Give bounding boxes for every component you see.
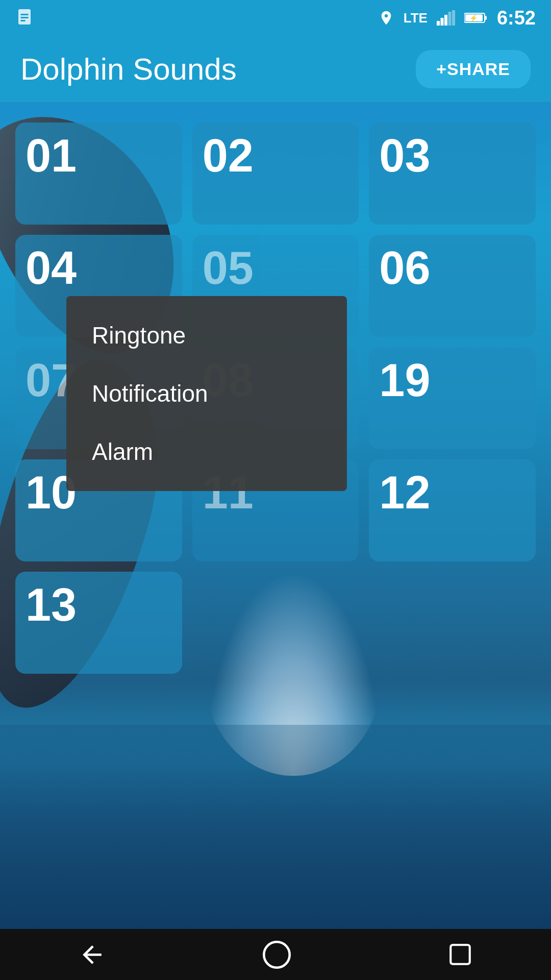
svg-rect-2 bbox=[21, 17, 29, 18]
nav-back-button[interactable] bbox=[78, 941, 106, 969]
svg-rect-1 bbox=[21, 14, 29, 15]
sound-item-12[interactable]: 12 bbox=[369, 459, 536, 561]
sound-number: 03 bbox=[379, 133, 430, 179]
battery-icon: ⚡ bbox=[464, 10, 488, 26]
svg-rect-4 bbox=[437, 21, 440, 26]
nav-recents-button[interactable] bbox=[447, 942, 473, 967]
nav-home-button[interactable] bbox=[263, 941, 291, 969]
header-bar: Dolphin Sounds +SHARE bbox=[0, 36, 551, 102]
status-bar: LTE ⚡ 6:52 bbox=[0, 0, 551, 36]
svg-rect-8 bbox=[452, 10, 455, 26]
home-circle-icon bbox=[263, 941, 291, 969]
svg-rect-3 bbox=[21, 20, 26, 21]
sound-number: 06 bbox=[379, 245, 430, 291]
svg-point-13 bbox=[264, 942, 289, 967]
recents-square-icon bbox=[447, 942, 473, 967]
sound-number: 12 bbox=[379, 470, 430, 516]
app-title: Dolphin Sounds bbox=[20, 52, 237, 87]
ocean-water bbox=[0, 725, 551, 929]
sound-item-19[interactable]: 19 bbox=[369, 347, 536, 449]
lte-indicator: LTE bbox=[404, 10, 428, 26]
context-menu-notification[interactable]: Notification bbox=[66, 364, 347, 423]
status-right-icons: LTE ⚡ 6:52 bbox=[378, 7, 536, 29]
sound-item-06[interactable]: 06 bbox=[369, 235, 536, 337]
sound-item-02[interactable]: 02 bbox=[192, 122, 359, 225]
sound-number: 13 bbox=[26, 582, 77, 628]
location-icon bbox=[378, 10, 394, 26]
context-menu-alarm[interactable]: Alarm bbox=[66, 423, 347, 481]
context-menu-ringtone[interactable]: Ringtone bbox=[66, 306, 347, 364]
back-arrow-icon bbox=[78, 941, 106, 969]
sound-item-01[interactable]: 01 bbox=[15, 122, 182, 225]
sound-item-03[interactable]: 03 bbox=[369, 122, 536, 225]
sound-number: 04 bbox=[26, 245, 77, 291]
status-time: 6:52 bbox=[497, 7, 536, 29]
svg-text:⚡: ⚡ bbox=[469, 14, 478, 22]
svg-rect-6 bbox=[444, 15, 447, 26]
sim-icon bbox=[15, 8, 34, 26]
sound-number: 01 bbox=[26, 133, 77, 179]
sound-number: 19 bbox=[379, 357, 430, 403]
svg-rect-14 bbox=[450, 945, 470, 964]
svg-rect-5 bbox=[440, 18, 443, 26]
context-menu: Ringtone Notification Alarm bbox=[66, 296, 347, 491]
signal-icon bbox=[437, 10, 455, 26]
status-left-icons bbox=[15, 8, 34, 28]
sound-number: 05 bbox=[203, 245, 254, 291]
share-button[interactable]: +SHARE bbox=[416, 50, 531, 88]
svg-rect-10 bbox=[485, 16, 487, 20]
sound-number: 02 bbox=[203, 133, 254, 179]
nav-bar bbox=[0, 929, 551, 980]
sound-item-13[interactable]: 13 bbox=[15, 572, 182, 674]
svg-rect-7 bbox=[448, 12, 451, 26]
